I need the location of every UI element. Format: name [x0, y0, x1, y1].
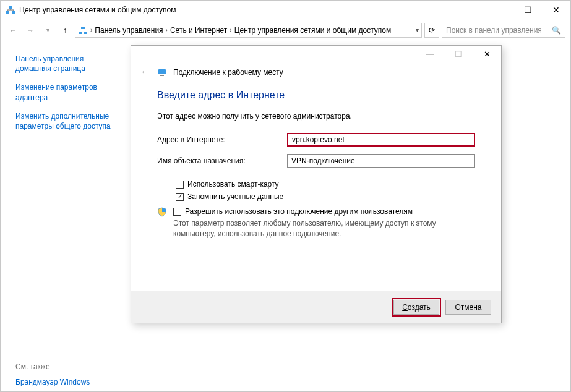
svg-rect-0	[6, 11, 9, 14]
dialog-title: Подключение к рабочему месту	[173, 68, 283, 77]
shield-icon	[157, 207, 167, 217]
svg-rect-2	[9, 6, 12, 9]
search-box[interactable]: Поиск в панели управления 🔍	[442, 23, 565, 38]
minimize-button[interactable]: —	[485, 1, 513, 19]
svg-rect-7	[79, 32, 82, 34]
smartcard-label: Использовать смарт-карту	[187, 180, 279, 189]
dialog-minimize-button: —	[416, 46, 444, 62]
dialog-heading: Введите адрес в Интернете	[157, 90, 475, 101]
nav-back-icon[interactable]: ←	[6, 23, 20, 38]
chevron-right-icon: ›	[90, 27, 92, 33]
svg-rect-10	[158, 69, 166, 74]
cancel-button[interactable]: Отмена	[445, 300, 491, 315]
sidebar: Панель управления — домашняя страница Из…	[1, 41, 124, 391]
search-placeholder: Поиск в панели управления	[446, 26, 552, 35]
internet-address-label: Адрес в Интернете:	[157, 135, 287, 144]
destination-name-input[interactable]	[287, 154, 475, 168]
sidebar-link-firewall[interactable]: Брандмауэр Windows	[15, 377, 119, 387]
breadcrumb-item[interactable]: Сеть и Интернет	[170, 26, 227, 35]
connect-workplace-dialog: — ☐ ✕ ← Подключение к рабочему месту Вве…	[131, 45, 502, 323]
dialog-back-icon: ←	[140, 66, 151, 79]
navigation-bar: ← → ▾ ↑ › Панель управления › Сеть и Инт…	[1, 19, 570, 41]
window-titlebar: Центр управления сетями и общим доступом…	[1, 1, 570, 19]
svg-rect-1	[12, 11, 15, 14]
dialog-description: Этот адрес можно получить у сетевого адм…	[157, 112, 475, 121]
allow-others-label: Разрешить использовать это подключение д…	[185, 207, 413, 216]
nav-up-icon[interactable]: ↑	[58, 23, 72, 38]
window-title: Центр управления сетями и общим доступом	[19, 6, 176, 14]
chevron-right-icon: ›	[230, 27, 231, 33]
checkbox-unchecked-icon	[176, 181, 184, 189]
allow-others-description: Этот параметр позволяет любому пользоват…	[173, 218, 475, 239]
refresh-button[interactable]: ⟳	[424, 23, 439, 38]
dialog-close-button[interactable]: ✕	[473, 46, 501, 62]
workplace-icon	[157, 67, 167, 77]
remember-label: Запомнить учетные данные	[187, 192, 283, 201]
svg-rect-9	[81, 27, 85, 29]
window-controls: — ☐ ✕	[485, 1, 570, 19]
sidebar-link-adapter[interactable]: Изменение параметров адаптера	[15, 82, 119, 102]
dialog-footer: Создать Отмена	[131, 291, 501, 323]
create-button[interactable]: Создать	[393, 300, 439, 315]
main-area: — ☐ ✕ ← Подключение к рабочему месту Вве…	[124, 41, 570, 391]
remember-credentials-checkbox-row[interactable]: ✓ Запомнить учетные данные	[176, 192, 475, 201]
sidebar-home[interactable]: Панель управления — домашняя страница	[15, 54, 119, 74]
internet-address-input[interactable]	[287, 133, 475, 147]
svg-rect-8	[84, 32, 87, 34]
close-button[interactable]: ✕	[542, 1, 570, 19]
nav-dropdown-icon[interactable]: ▾	[40, 23, 55, 38]
breadcrumb[interactable]: › Панель управления › Сеть и Интернет › …	[75, 23, 422, 38]
breadcrumb-item[interactable]: Центр управления сетями и общим доступом	[234, 26, 392, 35]
checkbox-checked-icon: ✓	[176, 193, 184, 201]
dialog-maximize-button: ☐	[444, 46, 473, 62]
svg-rect-11	[160, 75, 164, 76]
sidebar-link-sharing[interactable]: Изменить дополнительные параметры общего…	[15, 111, 119, 131]
search-icon: 🔍	[552, 26, 561, 35]
chevron-right-icon: ›	[166, 27, 168, 33]
breadcrumb-root-icon	[78, 25, 88, 35]
destination-name-label: Имя объекта назначения:	[157, 156, 287, 165]
network-center-icon	[6, 5, 15, 15]
allow-others-checkbox-row[interactable]: Разрешить использовать это подключение д…	[173, 207, 475, 216]
maximize-button[interactable]: ☐	[513, 1, 542, 19]
checkbox-unchecked-icon	[173, 208, 181, 216]
nav-forward-icon: →	[23, 23, 38, 38]
smartcard-checkbox-row[interactable]: Использовать смарт-карту	[176, 180, 475, 189]
breadcrumb-item[interactable]: Панель управления	[95, 26, 163, 35]
chevron-down-icon[interactable]: ▾	[416, 27, 419, 33]
see-also-label: См. также	[15, 362, 119, 371]
refresh-icon: ⟳	[429, 26, 435, 35]
